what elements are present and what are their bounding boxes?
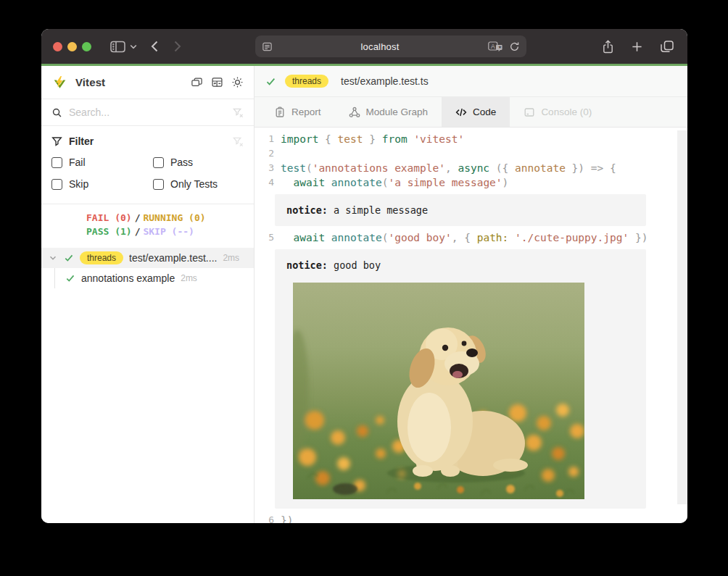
toolbar-right-cluster — [602, 39, 674, 54]
checkbox-box[interactable] — [51, 179, 62, 190]
code-token — [281, 175, 293, 190]
notice-label: notice: — [286, 259, 328, 271]
code-line: 4 await annotate('a simple message') — [255, 175, 687, 190]
code-line: 3test('annotations example', async ({ an… — [255, 161, 687, 175]
share-icon[interactable] — [602, 39, 614, 54]
filter-section: Filter FailPassSkipOnly Tests — [41, 126, 254, 190]
tab-code[interactable]: Code — [442, 97, 510, 127]
code-token: } — [363, 132, 382, 146]
notice-label: notice: — [286, 204, 328, 216]
code-token: { — [318, 132, 337, 146]
search-input[interactable]: Search... — [41, 99, 254, 126]
reload-icon[interactable] — [509, 41, 520, 52]
svg-text:A: A — [491, 43, 495, 50]
checkbox-box[interactable] — [153, 157, 164, 168]
file-header: threads test/example.test.ts — [255, 66, 687, 97]
tab-label: Code — [473, 107, 496, 117]
translate-icon[interactable]: A ★ — [488, 41, 503, 52]
code-token: await — [293, 175, 325, 190]
pool-badge: threads — [80, 251, 123, 264]
clear-filter-icon[interactable] — [233, 107, 244, 118]
tab-bar: ReportModule GraphCodeConsole (0) — [255, 97, 687, 128]
code-token: ( — [382, 230, 389, 245]
filter-checkbox-skip[interactable]: Skip — [51, 178, 153, 190]
tree-row[interactable]: threadstest/example.test....2ms — [41, 248, 254, 268]
clipboard-icon — [274, 107, 286, 118]
line-number: 3 — [255, 161, 281, 175]
code-token: 'annotations example' — [313, 161, 445, 175]
code-token: 'a simple message' — [388, 175, 502, 190]
code-token: test — [281, 161, 306, 175]
minimize-window-button[interactable] — [67, 42, 77, 51]
back-icon[interactable] — [150, 40, 159, 53]
test-tree: threadstest/example.test....2msannotatio… — [41, 248, 254, 523]
sidebar-toggle-icon[interactable] — [110, 41, 125, 53]
stack-icon[interactable] — [191, 76, 203, 88]
checkbox-box[interactable] — [51, 157, 62, 168]
forward-icon[interactable] — [173, 40, 182, 53]
tab-module-graph[interactable]: Module Graph — [335, 97, 442, 127]
code-token: from — [382, 132, 408, 146]
code-token: ( — [382, 175, 389, 190]
scrollbar[interactable] — [677, 130, 687, 504]
chevron-down-icon[interactable] — [130, 44, 137, 49]
check-icon — [265, 76, 276, 87]
line-number: 2 — [255, 146, 281, 161]
tab-overview-icon[interactable] — [660, 40, 674, 53]
desktop-background: localhost A ★ — [0, 0, 728, 576]
filter-checkbox-fail[interactable]: Fail — [51, 156, 153, 168]
filter-title: Filter — [69, 135, 94, 147]
maximize-window-button[interactable] — [82, 42, 91, 51]
code-token: 'good boy' — [388, 230, 451, 245]
line-number: 5 — [255, 230, 281, 245]
code-line: 2 — [255, 146, 687, 161]
code-token: annotate — [515, 161, 566, 175]
skip-count: SKIP (--) — [143, 226, 194, 237]
sun-icon[interactable] — [231, 76, 244, 88]
check-icon — [65, 273, 75, 283]
checkbox-label: Skip — [69, 178, 88, 190]
browser-window: localhost A ★ — [41, 29, 687, 523]
test-summary: FAIL (0)/RUNNING (0) PASS (1)/SKIP (--) — [41, 204, 254, 243]
code-token — [281, 230, 293, 245]
vitest-app: Vitest — [41, 66, 687, 523]
filter-checkbox-only-tests[interactable]: Only Tests — [153, 178, 244, 190]
code-pane: 1import { test } from 'vitest'23test('an… — [255, 128, 687, 523]
reader-icon[interactable] — [262, 41, 273, 52]
pass-count: PASS (1) — [86, 226, 132, 237]
code-editor[interactable]: 1import { test } from 'vitest'23test('an… — [255, 128, 687, 523]
code-token: test — [338, 132, 363, 146]
filter-checkbox-pass[interactable]: Pass — [153, 156, 244, 168]
code-token: async — [458, 161, 489, 175]
code-line: 5 await annotate('good boy', { path: './… — [255, 230, 687, 245]
dashboard-icon[interactable] — [211, 76, 223, 88]
code-token: , { — [452, 230, 477, 245]
chevron-down-icon[interactable] — [49, 254, 57, 262]
annotation-notice: notice: a simple message — [275, 194, 646, 226]
search-placeholder: Search... — [69, 107, 233, 118]
tab-report[interactable]: Report — [260, 97, 335, 127]
filter-checkboxes: FailPassSkipOnly Tests — [51, 156, 244, 190]
code-token: './cute-puppy.jpg' — [515, 230, 629, 245]
tab-label: Console (0) — [541, 107, 592, 117]
notice-image — [293, 283, 634, 499]
code-token: import — [281, 132, 318, 146]
address-bar[interactable]: localhost A ★ — [255, 36, 526, 57]
code-token — [325, 175, 331, 190]
checkbox-label: Pass — [170, 156, 193, 168]
line-number: 6 — [255, 513, 281, 523]
sidebar: Vitest — [41, 66, 255, 523]
clear-filter-icon[interactable] — [233, 136, 244, 147]
tab-label: Module Graph — [366, 107, 429, 117]
summary-line-2: PASS (1)/SKIP (--) — [86, 225, 254, 238]
code-line: 6}) — [255, 513, 687, 523]
code-token: }) — [281, 513, 293, 523]
new-tab-icon[interactable] — [631, 41, 643, 53]
checkbox-box[interactable] — [153, 179, 164, 190]
fail-count: FAIL (0) — [86, 212, 132, 223]
tree-item-label: test/example.test.... — [129, 252, 217, 264]
close-window-button[interactable] — [53, 42, 62, 51]
tree-row[interactable]: annotations example2ms — [41, 268, 254, 288]
sidebar-actions — [191, 76, 244, 88]
tab-label: Report — [291, 107, 321, 117]
